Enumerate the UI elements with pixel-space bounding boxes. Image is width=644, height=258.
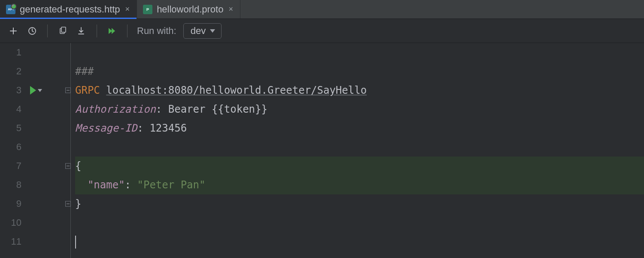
line-number: 4 xyxy=(0,104,21,115)
line-number: 11 xyxy=(0,236,21,247)
fold-toggle[interactable] xyxy=(65,88,71,93)
toolbar-separator xyxy=(127,25,128,37)
chevron-down-icon xyxy=(210,29,215,33)
add-request-button[interactable] xyxy=(5,23,21,39)
toolbar-separator xyxy=(97,25,97,37)
code-line: } xyxy=(75,194,644,213)
run-with-label: Run with: xyxy=(137,25,176,37)
code-line: ### xyxy=(75,62,644,81)
import-button[interactable] xyxy=(73,23,90,39)
line-number: 2 xyxy=(0,66,21,77)
tab-label: helloworld.proto xyxy=(157,4,223,15)
environment-dropdown[interactable]: dev xyxy=(183,23,222,39)
http-file-icon xyxy=(6,5,15,14)
code-line xyxy=(75,213,644,232)
editor-gutter: 1 2 3 4 5 6 7 8 9 10 11 xyxy=(0,43,71,258)
code-area[interactable]: ### GRPC localhost:8080/helloworld.Greet… xyxy=(71,43,644,258)
proto-file-icon: P xyxy=(143,5,152,14)
run-all-button[interactable] xyxy=(104,23,120,39)
editor-tabstrip: generated-requests.http × P helloworld.p… xyxy=(0,0,644,19)
fold-toggle[interactable] xyxy=(65,201,71,207)
code-line: Message-ID: 123456 xyxy=(75,119,644,138)
http-client-toolbar: Run with: dev xyxy=(0,19,644,43)
history-button[interactable] xyxy=(24,23,40,39)
code-line xyxy=(75,43,644,62)
chevron-down-icon xyxy=(38,89,42,92)
line-number: 1 xyxy=(0,47,21,58)
line-number: 3 xyxy=(0,85,21,96)
line-number: 5 xyxy=(0,123,21,134)
line-number: 10 xyxy=(0,217,21,228)
code-line xyxy=(75,232,644,251)
text-cursor xyxy=(75,236,76,249)
code-line xyxy=(75,138,644,157)
line-number: 6 xyxy=(0,141,21,153)
tab-label: generated-requests.http xyxy=(20,4,120,15)
run-request-gutter-button[interactable] xyxy=(30,86,42,95)
code-editor[interactable]: 1 2 3 4 5 6 7 8 9 10 11 ### GRPC localho… xyxy=(0,43,644,258)
fold-toggle[interactable] xyxy=(65,163,71,169)
close-icon[interactable]: × xyxy=(228,5,234,14)
code-line: Authorization: Bearer {{token}} xyxy=(75,100,644,119)
copy-button[interactable] xyxy=(55,23,71,39)
svg-rect-2 xyxy=(61,27,66,32)
line-number: 8 xyxy=(0,179,21,190)
selection-highlight xyxy=(75,157,644,175)
environment-value: dev xyxy=(191,25,206,37)
code-line: "name": "Peter Pan" xyxy=(75,175,644,194)
close-icon[interactable]: × xyxy=(125,5,131,14)
play-icon xyxy=(30,86,36,95)
tab-generated-requests[interactable]: generated-requests.http × xyxy=(0,0,137,18)
toolbar-separator xyxy=(47,25,48,37)
line-number: 7 xyxy=(0,160,21,172)
tab-helloworld-proto[interactable]: P helloworld.proto × xyxy=(137,0,240,18)
line-number: 9 xyxy=(0,198,21,209)
code-line: GRPC localhost:8080/helloworld.Greeter/S… xyxy=(75,81,644,100)
code-line: { xyxy=(75,157,644,175)
